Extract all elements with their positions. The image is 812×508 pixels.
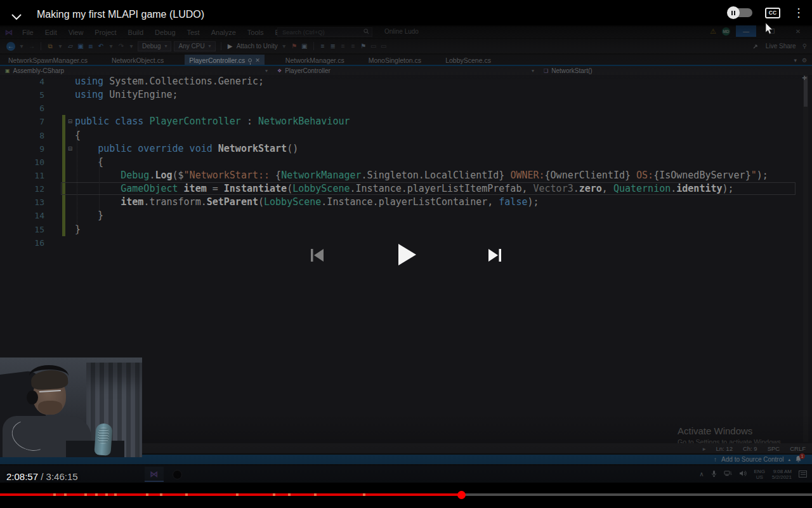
speaker-icon[interactable] (739, 470, 747, 478)
play-button[interactable] (397, 243, 417, 269)
code-line-12[interactable]: 12 GameObject item = Instantiate(LobbySc… (0, 182, 812, 196)
tab-caret-icon[interactable]: ▾ (794, 57, 797, 64)
editor-split-handle[interactable]: ✛ (802, 75, 807, 81)
breadcrumb-member[interactable]: ❑ NetworkStart() (544, 66, 593, 75)
menu-debug[interactable]: Debug (149, 29, 181, 36)
pin-flag-icon[interactable]: ⚑ (291, 43, 298, 50)
save-all-icon[interactable]: ⧈ (87, 43, 95, 50)
menu-tools[interactable]: Tools (242, 29, 270, 36)
tab-gear-icon[interactable]: ⚙ (802, 57, 807, 64)
save-icon[interactable]: ▣ (77, 43, 84, 50)
tab-lobbyscene-cs[interactable]: LobbyScene.cs (442, 55, 494, 65)
close-tab-icon[interactable]: ✕ (255, 57, 260, 64)
code-line-5[interactable]: 5using UnityEngine; (0, 88, 812, 102)
tab-monosingleton-cs[interactable]: MonoSingleton.cs (365, 55, 424, 65)
code-line-14[interactable]: 14 } (0, 209, 812, 222)
open-folder-icon[interactable]: ▱ (67, 43, 74, 50)
more-options-icon[interactable]: ⋮ (793, 7, 804, 18)
start-debug-icon[interactable]: ▶ (226, 43, 234, 50)
taskbar-app[interactable] (167, 467, 187, 482)
breadcrumb-class[interactable]: ❖ PlayerController (277, 66, 331, 75)
extra-icon[interactable]: ▭ (370, 43, 377, 50)
heat-tick (273, 493, 275, 496)
close-button[interactable]: ✕ (788, 25, 808, 37)
platform-dropdown[interactable]: Any CPU▾ (174, 41, 215, 51)
menu-file[interactable]: File (16, 29, 39, 36)
config-dropdown[interactable]: Debug▾ (138, 41, 171, 51)
tray-chevron-icon[interactable]: ∧ (699, 471, 704, 478)
previous-video-button[interactable] (309, 247, 325, 266)
tab-networkobject-cs[interactable]: NetworkObject.cs (108, 55, 167, 65)
taskbar-visual-studio-app[interactable]: ⋈ (145, 467, 164, 482)
code-line-6[interactable]: 6 (0, 102, 812, 115)
code-line-8[interactable]: 8{ (0, 129, 812, 142)
closed-captions-button[interactable]: CC (765, 8, 780, 18)
code-line-11[interactable]: 11 Debug.Log($"NetworkStart:: {NetworkMa… (0, 169, 812, 182)
indent-decrease-icon[interactable]: ≡ (319, 43, 327, 50)
dropdown-caret-icon[interactable]: ▾ (128, 43, 135, 50)
fold-marker-icon[interactable]: ⊟ (66, 142, 74, 156)
extra-icon[interactable]: ▭ (380, 43, 388, 50)
bookmark-icon[interactable]: ⚑ (360, 43, 367, 50)
dropdown-caret-icon[interactable]: ▾ (18, 43, 25, 50)
breadcrumb-caret-icon[interactable]: ▾ (532, 66, 534, 75)
code-line-9[interactable]: 9⊟ public override void NetworkStart() (0, 142, 812, 156)
undo-icon[interactable]: ↶ (97, 43, 105, 50)
scroll-arrow-icon[interactable]: ▸ (703, 445, 706, 452)
status-eol[interactable]: CRLF (790, 445, 806, 452)
microphone-icon[interactable] (711, 470, 717, 479)
breadcrumb-caret-icon[interactable]: ▾ (265, 66, 268, 75)
next-video-button[interactable] (487, 247, 503, 266)
tab-playercontroller-cs[interactable]: PlayerController.cs✕ (185, 55, 265, 65)
new-file-icon[interactable]: ⧉ (46, 43, 54, 50)
code-line-15[interactable]: 15} (0, 223, 812, 236)
youtube-player[interactable]: ⋈ FileEditViewProjectBuildDebugTestAnaly… (0, 0, 812, 508)
user-avatar[interactable]: MD (722, 27, 730, 36)
dropdown-caret-icon[interactable]: ▾ (280, 43, 288, 50)
code-line-7[interactable]: 7⊟public class PlayerController : Networ… (0, 115, 812, 128)
menu-analyze[interactable]: Analyze (206, 29, 242, 36)
live-share-button[interactable]: Live Share (766, 43, 796, 50)
action-center-icon[interactable] (799, 471, 807, 478)
code-line-10[interactable]: 10 { (0, 156, 812, 169)
warning-icon[interactable]: ⚠ (710, 27, 716, 36)
status-spaces[interactable]: SPC (768, 445, 780, 452)
add-to-source-control-button[interactable]: Add to Source Control (721, 456, 783, 463)
indent-increase-icon[interactable]: ≣ (329, 43, 337, 50)
menu-edit[interactable]: Edit (39, 29, 63, 36)
code-line-4[interactable]: 4using System.Collections.Generic; (0, 75, 812, 88)
pin-icon[interactable]: ⚲ (802, 43, 807, 50)
menu-project[interactable]: Project (89, 29, 122, 36)
time-duration: 3:46:15 (46, 471, 78, 482)
dropdown-caret-icon[interactable]: ▾ (107, 43, 115, 50)
tray-language[interactable]: ENGUS (754, 469, 765, 480)
nav-backward-icon[interactable]: ← (6, 42, 15, 51)
tray-clock[interactable]: 9:08 AM5/2/2021 (772, 469, 792, 480)
breadcrumb-project[interactable]: ▣ Assembly-CSharp (5, 66, 64, 75)
comment-icon[interactable]: ≡ (339, 43, 347, 50)
fold-marker-icon[interactable]: ⊟ (66, 115, 74, 128)
tab-networkspawnmanager-cs[interactable]: NetworkSpawnManager.cs (5, 55, 91, 65)
vs-search-box[interactable]: Search (Ctrl+Q) (277, 27, 372, 37)
attach-to-unity-button[interactable]: Attach to Unity (237, 43, 278, 50)
video-title[interactable]: Making my first MLAPI game (LUDO) (37, 9, 204, 20)
dropdown-caret-icon[interactable]: ▾ (56, 43, 64, 50)
redo-icon[interactable]: ↷ (117, 43, 125, 50)
code-line-13[interactable]: 13 item.transform.SetParent(LobbyScene.I… (0, 196, 812, 209)
nav-forward-icon[interactable]: → (28, 43, 36, 50)
uncomment-icon[interactable]: ≡ (350, 43, 357, 50)
preview-window-icon[interactable]: ▣ (301, 43, 308, 50)
pin-tab-icon[interactable] (248, 58, 252, 62)
menu-build[interactable]: Build (122, 29, 149, 36)
video-progress-bar[interactable] (0, 492, 812, 498)
menu-view[interactable]: View (63, 29, 89, 36)
tab-networkmanager-cs[interactable]: NetworkManager.cs (282, 55, 348, 65)
progress-scrubber[interactable] (457, 491, 466, 499)
minimize-button[interactable]: — (736, 25, 756, 37)
notifications-bell-icon[interactable]: 1 (795, 455, 802, 464)
autoplay-toggle[interactable] (730, 8, 752, 17)
windows-taskbar: ⋈ ∧ ENGUS 9:08 AM5/2/ (0, 465, 812, 483)
collapse-chevron-icon[interactable] (11, 11, 22, 23)
network-icon[interactable] (724, 470, 732, 478)
menu-test[interactable]: Test (181, 29, 206, 36)
